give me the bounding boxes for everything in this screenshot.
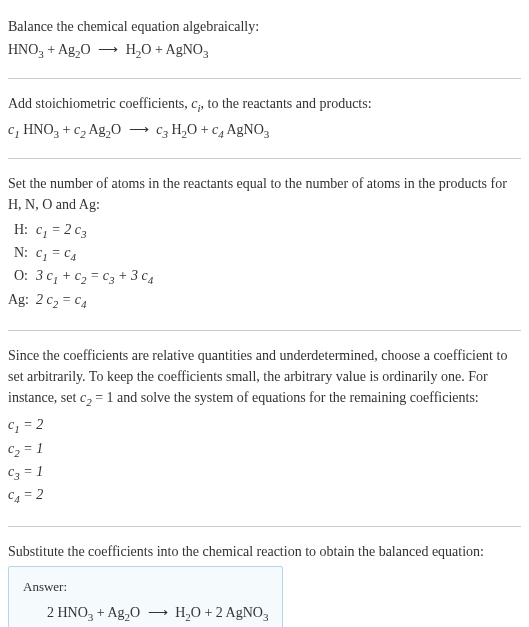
arrow-icon: ⟶ <box>148 602 168 623</box>
atom-equation: 3 c1 + c2 = c3 + 3 c4 <box>36 265 153 288</box>
atom-equation: 2 c2 = c4 <box>36 289 86 312</box>
atoms-section: Set the number of atoms in the reactants… <box>8 165 521 324</box>
reactant-2: Ag2O <box>88 122 121 137</box>
atom-row-h: H: c1 = 2 c3 <box>8 219 521 242</box>
divider <box>8 526 521 527</box>
atom-label: N: <box>8 242 36 265</box>
reactant-1: HNO3 <box>58 605 94 620</box>
product-1: H2O <box>175 605 201 620</box>
arrow-icon: ⟶ <box>129 119 149 140</box>
coefficient-list: c1 = 2 c2 = 1 c3 = 1 c4 = 2 <box>8 414 521 507</box>
atom-label: O: <box>8 265 36 288</box>
answer-box: Answer: 2 HNO3 + Ag2O ⟶ H2O + 2 AgNO3 <box>8 566 283 627</box>
coeff-c4: c4 = 2 <box>8 484 521 507</box>
product-2: AgNO3 <box>226 605 269 620</box>
product-2: AgNO3 <box>166 42 209 57</box>
plus-sign: + <box>47 42 58 57</box>
choose-text: Since the coefficients are relative quan… <box>8 345 521 410</box>
intro-section: Balance the chemical equation algebraica… <box>8 8 521 72</box>
reactant-1: HNO3 <box>23 122 59 137</box>
plus-sign: + <box>155 42 166 57</box>
atom-balance-table: H: c1 = 2 c3 N: c1 = c4 O: 3 c1 + c2 = c… <box>8 219 521 312</box>
reactant-1: HNO3 <box>8 42 44 57</box>
arrow-icon: ⟶ <box>98 39 118 60</box>
atom-row-o: O: 3 c1 + c2 = c3 + 3 c4 <box>8 265 521 288</box>
stoich-equation: c1 HNO3 + c2 Ag2O ⟶ c3 H2O + c4 AgNO3 <box>8 119 521 142</box>
divider <box>8 158 521 159</box>
coeff-c3: c3 = 1 <box>8 461 521 484</box>
reactant-2: Ag2O <box>107 605 140 620</box>
divider <box>8 78 521 79</box>
atom-label: H: <box>8 219 36 242</box>
final-section: Substitute the coefficients into the che… <box>8 533 521 627</box>
atom-equation: c1 = c4 <box>36 242 76 265</box>
product-1: H2O <box>171 122 197 137</box>
product-2: AgNO3 <box>227 122 270 137</box>
stoich-section: Add stoichiometric coefficients, ci, to … <box>8 85 521 152</box>
stoich-text: Add stoichiometric coefficients, ci, to … <box>8 93 521 116</box>
intro-text: Balance the chemical equation algebraica… <box>8 16 521 37</box>
reactant-2: Ag2O <box>58 42 91 57</box>
atom-row-n: N: c1 = c4 <box>8 242 521 265</box>
answer-label: Answer: <box>23 577 268 597</box>
coeff-c1: c1 = 2 <box>8 414 521 437</box>
coeff-c2: c2 = 1 <box>8 438 521 461</box>
atom-row-ag: Ag: 2 c2 = c4 <box>8 289 521 312</box>
divider <box>8 330 521 331</box>
final-text: Substitute the coefficients into the che… <box>8 541 521 562</box>
atoms-intro: Set the number of atoms in the reactants… <box>8 173 521 215</box>
atom-equation: c1 = 2 c3 <box>36 219 86 242</box>
product-1: H2O <box>126 42 152 57</box>
unbalanced-equation: HNO3 + Ag2O ⟶ H2O + AgNO3 <box>8 39 521 62</box>
atom-label: Ag: <box>8 289 36 312</box>
choose-section: Since the coefficients are relative quan… <box>8 337 521 519</box>
balanced-equation: 2 HNO3 + Ag2O ⟶ H2O + 2 AgNO3 <box>23 602 268 625</box>
